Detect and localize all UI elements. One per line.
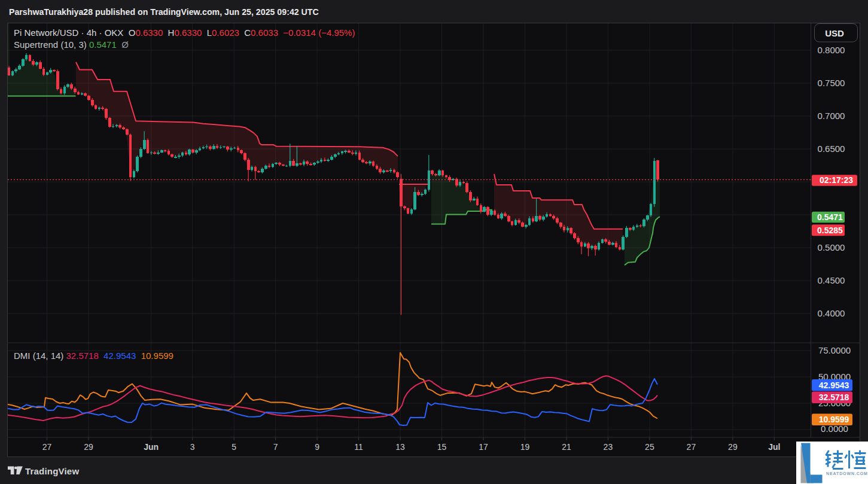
- svg-text:0.5471: 0.5471: [817, 212, 843, 222]
- svg-text:ParshwaTurakhiya28 published o: ParshwaTurakhiya28 published on TradingV…: [9, 7, 319, 17]
- svg-text:27: 27: [687, 442, 696, 452]
- svg-text:USD: USD: [825, 28, 844, 38]
- svg-text:17: 17: [479, 442, 488, 452]
- svg-text:19: 19: [520, 442, 530, 452]
- svg-text:0.5000: 0.5000: [818, 242, 845, 252]
- svg-text:0.7500: 0.7500: [818, 78, 845, 88]
- svg-text:0.4000: 0.4000: [818, 308, 845, 318]
- svg-text:7: 7: [273, 442, 278, 452]
- svg-text:32.5718: 32.5718: [819, 392, 849, 402]
- svg-text:21: 21: [562, 442, 571, 452]
- svg-text:29: 29: [84, 442, 93, 452]
- svg-text:10.9599: 10.9599: [819, 415, 849, 424]
- svg-text:75.0000: 75.0000: [818, 345, 851, 355]
- svg-text:29: 29: [728, 442, 738, 452]
- svg-text:13: 13: [395, 442, 405, 452]
- svg-text:15: 15: [437, 442, 447, 452]
- svg-text:42.9543: 42.9543: [819, 380, 849, 390]
- svg-text:0.4500: 0.4500: [818, 275, 845, 285]
- svg-text:Jun: Jun: [144, 442, 159, 452]
- svg-text:25: 25: [645, 442, 654, 452]
- svg-text:0.5285: 0.5285: [817, 226, 843, 235]
- svg-text:DMI (14, 14) 32.5718 42.9543: DMI (14, 14) 32.5718 42.9543 10.9599: [14, 351, 173, 361]
- svg-text:Supertrend (10, 3) 0.5471 Ø: Supertrend (10, 3) 0.5471 Ø: [14, 39, 129, 50]
- svg-text:9: 9: [315, 442, 319, 452]
- svg-text:NEATDOWN.COM: NEATDOWN.COM: [826, 471, 868, 476]
- svg-text:5: 5: [232, 442, 236, 452]
- svg-text:27: 27: [42, 442, 52, 452]
- svg-text:Jul: Jul: [768, 442, 780, 452]
- svg-text:0.6500: 0.6500: [818, 144, 845, 154]
- svg-text:02:17:23: 02:17:23: [820, 175, 853, 185]
- svg-text:TradingView: TradingView: [25, 466, 79, 476]
- svg-text:0.7000: 0.7000: [818, 111, 845, 121]
- svg-text:Pi Network/USD · 4h · OKX O0.: Pi Network/USD · 4h · OKX O0.6330 H0.633…: [14, 28, 355, 38]
- svg-text:23: 23: [604, 442, 613, 452]
- svg-text:11: 11: [354, 442, 363, 452]
- svg-text:0.8000: 0.8000: [818, 45, 845, 55]
- svg-text:3: 3: [190, 442, 195, 452]
